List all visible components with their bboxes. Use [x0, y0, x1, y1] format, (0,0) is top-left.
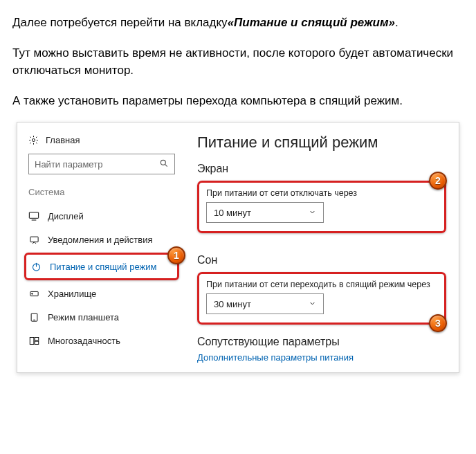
chevron-down-icon [309, 299, 316, 309]
advanced-power-link[interactable]: Дополнительные параметры питания [197, 352, 446, 363]
sidebar-item-power[interactable]: Питание и спящий режим [28, 257, 176, 275]
related-section-title: Сопутствующие параметры [197, 336, 446, 348]
screen-highlight-box: При питании от сети отключать через 10 м… [197, 181, 446, 233]
home-button[interactable]: Главная [24, 132, 179, 151]
content-pane: Питание и спящий режим Экран При питании… [186, 122, 459, 372]
storage-icon [28, 288, 39, 299]
sidebar-item-display[interactable]: Дисплей [24, 204, 179, 228]
sleep-timeout-dropdown[interactable]: 30 минут [206, 293, 324, 314]
svg-line-2 [165, 164, 167, 166]
sleep-timeout-value: 30 минут [214, 299, 251, 309]
screen-setting-label: При питании от сети отключать через [206, 188, 437, 198]
multitask-icon [28, 335, 39, 346]
sidebar: Главная Найти параметр Система Дисплей У… [17, 122, 186, 372]
home-label: Главная [46, 135, 80, 145]
screen-timeout-value: 10 минут [214, 208, 251, 218]
sidebar-item-notifications[interactable]: Уведомления и действия [24, 228, 179, 251]
tablet-icon [28, 311, 39, 323]
svg-point-1 [161, 160, 165, 165]
chevron-down-icon [309, 208, 316, 218]
svg-point-0 [33, 139, 35, 142]
sidebar-item-label: Питание и спящий режим [50, 262, 156, 272]
settings-window: Главная Найти параметр Система Дисплей У… [17, 122, 459, 373]
sidebar-item-label: Дисплей [48, 211, 84, 221]
svg-rect-12 [30, 337, 34, 344]
svg-rect-5 [30, 237, 37, 242]
power-icon [30, 261, 42, 272]
callout-2: 2 [429, 172, 447, 190]
notifications-icon [28, 234, 39, 245]
article-paragraph-1: Далее потребуется перейти на вкладку«Пит… [12, 14, 464, 32]
article-paragraph-3: А также установить параметры перехода ко… [12, 92, 464, 110]
svg-rect-13 [35, 337, 39, 340]
callout-1: 1 [167, 246, 185, 264]
sidebar-section-label: Система [24, 184, 179, 204]
search-placeholder: Найти параметр [35, 159, 102, 170]
article-paragraph-2: Тут можно выставить время не активности,… [12, 44, 464, 80]
sidebar-highlight: Питание и спящий режим 1 [24, 253, 179, 280]
svg-rect-3 [29, 212, 38, 219]
screen-section-title: Экран [197, 163, 446, 175]
sidebar-item-label: Многозадачность [48, 336, 120, 346]
search-input[interactable]: Найти параметр [28, 154, 175, 174]
display-icon [28, 210, 39, 221]
sleep-section-title: Сон [197, 254, 446, 266]
svg-rect-14 [35, 341, 39, 344]
sidebar-item-storage[interactable]: Хранилище [24, 282, 179, 305]
sidebar-item-label: Режим планшета [48, 312, 119, 323]
gear-icon [28, 135, 39, 145]
sidebar-item-multitask[interactable]: Многозадачность [24, 329, 179, 352]
search-icon [159, 158, 169, 170]
screen-timeout-dropdown[interactable]: 10 минут [206, 202, 324, 223]
sidebar-item-label: Хранилище [48, 289, 96, 299]
sleep-setting-label: При питании от сети переходить в спящий … [206, 280, 437, 289]
sidebar-item-label: Уведомления и действия [48, 235, 153, 245]
page-title: Питание и спящий режим [197, 134, 446, 152]
svg-point-9 [31, 293, 33, 294]
sleep-highlight-box: При питании от сети переходить в спящий … [197, 272, 446, 325]
callout-3: 3 [429, 314, 447, 332]
sidebar-item-tablet[interactable]: Режим планшета [24, 305, 179, 329]
